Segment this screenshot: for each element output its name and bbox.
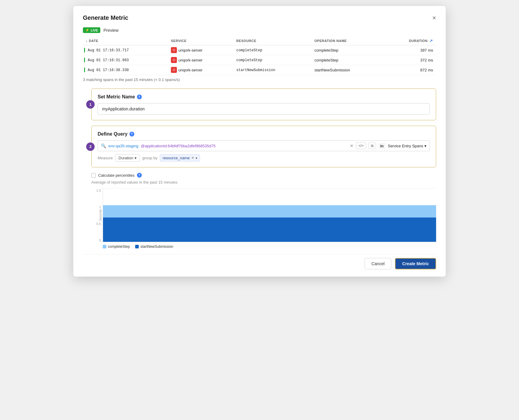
percentile-row: Calculate percentiles ?: [91, 173, 436, 178]
cancel-button[interactable]: Cancel: [365, 258, 392, 269]
help-icon-percentile[interactable]: ?: [137, 173, 142, 178]
col-duration: DURATION ↗: [384, 37, 436, 45]
cell-service: ⬡ unqork-server: [168, 65, 233, 75]
table-row: Aug 01 17:16:31.983 ⬡ unqork-server comp…: [83, 55, 436, 65]
query-env-tag: env:qa35-staging: [108, 144, 138, 148]
chart-body: Seconds: [103, 188, 436, 242]
cell-duration: 397 ms: [384, 45, 436, 55]
live-section: ⚡ LIVE Preview: [83, 27, 436, 33]
bar-start-submission: [103, 218, 436, 242]
footer-row: Cancel Create Metric: [83, 254, 436, 269]
legend-complete-step: completeStep: [103, 244, 130, 249]
col-resource: RESOURCE: [233, 37, 311, 45]
search-icon: 🔍: [101, 143, 106, 148]
cell-date: Aug 01 17:16:33.717: [83, 45, 168, 55]
table-row: Aug 01 17:16:33.717 ⬡ unqork-server comp…: [83, 45, 436, 55]
bolt-icon: ⚡: [85, 28, 90, 32]
legend-dot-complete: [103, 245, 106, 248]
chart-legend: completeStep startNewSubmission: [103, 244, 436, 249]
create-metric-button[interactable]: Create Metric: [395, 258, 436, 269]
cell-resource: startNewSubmission: [233, 65, 311, 75]
cell-service: ⬡ unqork-server: [168, 45, 233, 55]
modal-header: Generate Metric ×: [83, 14, 436, 21]
chevron-down-icon: ▾: [424, 144, 426, 148]
measure-label: Measure: [98, 156, 113, 160]
sort-arrow-icon: ↓: [86, 39, 88, 43]
modal-title: Generate Metric: [83, 14, 128, 21]
service-icon: ⬡: [171, 67, 177, 73]
measure-row: Measure Duration ▾ group by resource_nam…: [98, 154, 430, 162]
define-query-section: 2 Define Query ? 🔍 env:qa35-staging @app…: [91, 126, 436, 167]
step-2-number: 2: [86, 142, 95, 151]
cell-duration: 872 ms: [384, 65, 436, 75]
service-badge: ⬡ unqork-server: [171, 57, 202, 63]
help-icon-step2[interactable]: ?: [129, 132, 134, 136]
preview-label: Preview: [103, 28, 118, 33]
service-icon: ⬡: [171, 57, 177, 63]
group-by-label: group by: [142, 156, 158, 160]
remove-resource-button[interactable]: ✕: [191, 156, 194, 160]
chevron-down-icon: ▾: [135, 156, 137, 160]
step-1-number: 1: [86, 100, 95, 109]
cell-date: Aug 01 17:16:31.983: [83, 55, 168, 65]
cell-date: Aug 01 17:16:30.330: [83, 65, 168, 75]
live-badge: ⚡ LIVE: [83, 27, 100, 33]
help-icon-step1[interactable]: ?: [137, 94, 142, 99]
group-by-dropdown[interactable]: ▾: [196, 156, 197, 160]
step-1-title: Set Metric Name ?: [98, 94, 430, 100]
duration-select[interactable]: Duration ▾: [115, 154, 140, 162]
matching-info: 3 matching spans in the past 15 minutes …: [83, 77, 436, 82]
code-view-button[interactable]: </>: [356, 142, 366, 149]
status-bar: [84, 68, 85, 72]
service-badge: ⬡ unqork-server: [171, 47, 202, 53]
status-bar: [84, 48, 85, 52]
percentile-label: Calculate percentiles: [98, 173, 135, 178]
cell-resource: completeStep: [233, 55, 311, 65]
query-app-tag: @applicationId:64bfdf76ba2dfef968535d75: [141, 144, 216, 148]
service-badge: ⬡ unqork-server: [171, 67, 202, 73]
status-bar: [84, 58, 85, 62]
external-link-icon[interactable]: ↗: [429, 38, 433, 43]
chart-wrapper: 1.5 1 0.5 0 Seconds: [91, 188, 436, 242]
service-icon: ⬡: [171, 47, 177, 53]
resource-tag: resource_name ✕ ▾: [160, 154, 200, 161]
col-date: ↓ DATE: [83, 37, 168, 45]
percentile-checkbox[interactable]: [91, 173, 96, 178]
table-row: Aug 01 17:16:30.330 ⬡ unqork-server star…: [83, 65, 436, 75]
grid-line-top: [103, 188, 436, 188]
spans-table: ↓ DATE SERVICE RESOURCE OPERATION NAME D…: [83, 37, 436, 75]
cell-resource: completeStep: [233, 45, 311, 55]
generate-metric-modal: Generate Metric × ⚡ LIVE Preview ↓ DATE …: [73, 6, 446, 277]
query-bar: 🔍 env:qa35-staging @applicationId:64bfdf…: [98, 140, 430, 151]
spans-dropdown[interactable]: Service Entry Spans ▾: [388, 144, 426, 148]
y-axis-label: Seconds: [99, 209, 102, 221]
chart-area: 1.5 1 0.5 0 Seconds: [91, 188, 436, 249]
sections-wrapper: 1 Set Metric Name ? 2 Define Query ? 🔍 e…: [83, 88, 436, 249]
col-operation: OPERATION NAME: [311, 37, 384, 45]
resource-name-value: resource_name: [162, 156, 190, 160]
close-button[interactable]: ×: [432, 15, 436, 21]
cell-service: ⬡ unqork-server: [168, 55, 233, 65]
step-2-title: Define Query ?: [98, 131, 430, 137]
avg-label: Average of reported values in the past 1…: [91, 180, 436, 184]
legend-start-submission: startNewSubmission: [135, 244, 173, 249]
set-metric-name-section: 1 Set Metric Name ?: [91, 88, 436, 120]
cell-duration: 372 ms: [384, 55, 436, 65]
legend-dot-start: [135, 245, 139, 248]
duration-label: Duration: [119, 156, 133, 160]
cell-operation: completeStep: [311, 45, 384, 55]
copy-button[interactable]: ⧉: [369, 142, 376, 149]
col-service: SERVICE: [168, 37, 233, 45]
in-label: in: [378, 143, 386, 149]
cell-operation: startNewSubmission: [311, 65, 384, 75]
clear-query-button[interactable]: ✕: [350, 143, 354, 148]
cell-operation: completeStep: [311, 55, 384, 65]
metric-name-input[interactable]: [98, 103, 430, 115]
